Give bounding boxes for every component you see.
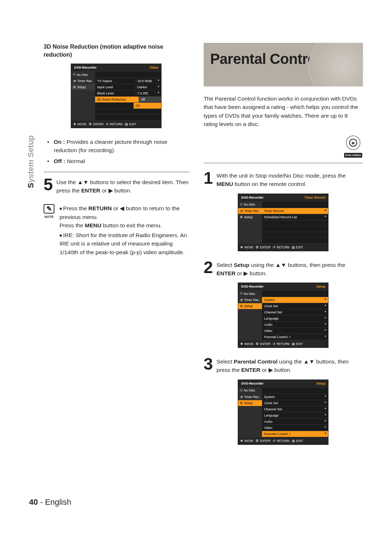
right-icon: ▶ xyxy=(244,270,248,276)
left-icon: ◀ xyxy=(120,205,124,211)
chevron-right-icon: ▸ xyxy=(156,78,161,84)
step-text: Select Setup using the ▲▼ buttons, then … xyxy=(217,260,363,278)
move-icon: ✥ xyxy=(73,122,76,126)
osd-title-right: Timer Record xyxy=(305,196,326,199)
osd-row-value: : Darker xyxy=(134,84,156,90)
updown-icon: ▲▼ xyxy=(77,179,89,185)
side-tab-label: System Setup xyxy=(26,135,36,188)
osd-row-label: 3D Noise Reduction xyxy=(95,97,139,102)
intro-paragraph: The Parental Control function works in c… xyxy=(204,94,363,128)
osd-footer: ✥MOVE ⦿ENTER ↺RETURN ▤EXIT xyxy=(238,243,328,251)
step-number: 3 xyxy=(204,357,213,374)
step-text: Select Parental Control using the ▲▼ but… xyxy=(217,357,363,374)
bullet-item: On : Provides a cleaner picture through … xyxy=(54,138,189,155)
hero-banner: Parental Control xyxy=(204,43,363,86)
step-number: 1 xyxy=(204,171,213,188)
osd-setup-parental: DVD-RecorderSetup ⦾ No Disc ◔ Timer Rec.… xyxy=(238,379,328,445)
osd-footer: ✥MOVE ⦿ENTER ↺RETURN ▤EXIT xyxy=(238,340,328,348)
chevron-right-icon: ▸ xyxy=(156,84,161,90)
step-text: With the unit in Stop mode/No Disc mode,… xyxy=(217,171,363,188)
page-footer: 40 - English xyxy=(29,498,71,507)
osd-row-value: : 16:9 Wide xyxy=(134,78,156,84)
updown-icon: ▲▼ xyxy=(275,262,286,268)
step-number: 2 xyxy=(204,260,213,278)
dvd-video-badge: ◉ DVD-VIDEO xyxy=(343,135,363,158)
osd-row-label: TV Aspect xyxy=(95,78,134,84)
osd-side-item: ◔ Timer Rec. xyxy=(71,78,95,84)
chevron-right-icon: ▸ xyxy=(156,90,161,96)
osd-timer-record: DVD-RecorderTimer Record ⦾ No Disc ◔ Tim… xyxy=(238,194,328,251)
osd-setup-menu: DVD-RecorderSetup ⦾ No Disc ◔ Timer Rec.… xyxy=(238,283,328,348)
disc-graphic xyxy=(309,43,363,86)
osd-row-label: Input Level xyxy=(95,84,134,90)
osd-row-value: : 7.5 IRE xyxy=(134,90,156,96)
updown-icon: ▲▼ xyxy=(303,358,315,365)
divider xyxy=(44,172,189,172)
osd-row-label: Black Level xyxy=(95,90,134,96)
osd-title-right: Video xyxy=(150,66,158,69)
osd-row-label: Scheduled Record List xyxy=(262,214,323,220)
exit-icon: ▤ xyxy=(125,122,128,126)
bullet-item: Off : Normal xyxy=(54,157,189,165)
osd-footer: ✥MOVE ⦿ENTER ↺RETURN ▤EXIT xyxy=(71,120,161,128)
note-icon: ✎ xyxy=(44,204,54,214)
step-number: 5 xyxy=(44,177,53,195)
osd-footer: ✥MOVE ⦿ENTER ↺RETURN ▤EXIT xyxy=(238,437,328,444)
return-icon: ↺ xyxy=(106,122,109,126)
osd-row-label: Timer Record xyxy=(262,208,323,214)
note-label: NOTE xyxy=(44,215,54,219)
section-heading: 3D Noise Reduction (motion adaptive nois… xyxy=(44,43,189,58)
right-icon: ▶ xyxy=(269,367,273,373)
osd-video-menu: DVD-Recorder Video ⦾ No Disc ◔ Timer Rec… xyxy=(71,64,162,128)
osd-side-item: ⚙ Setup xyxy=(71,84,95,90)
divider xyxy=(204,163,363,163)
osd-side-item: ⦾ No Disc xyxy=(71,72,95,78)
note-item: ■ Press the RETURN or ◀ button to return… xyxy=(60,204,189,230)
osd-dropdown-option: Off xyxy=(139,97,161,102)
enter-icon: ⦿ xyxy=(89,122,92,126)
osd-title-left: DVD-Recorder xyxy=(241,196,264,199)
step-text: Use the ▲▼ buttons to select the desired… xyxy=(57,177,189,195)
osd-title-left: DVD-Recorder xyxy=(74,66,97,69)
osd-dropdown-option: On xyxy=(134,102,161,109)
note-item: ■ IRE: Short for the Institute of Radio … xyxy=(60,231,189,256)
right-icon: ▶ xyxy=(109,187,113,194)
